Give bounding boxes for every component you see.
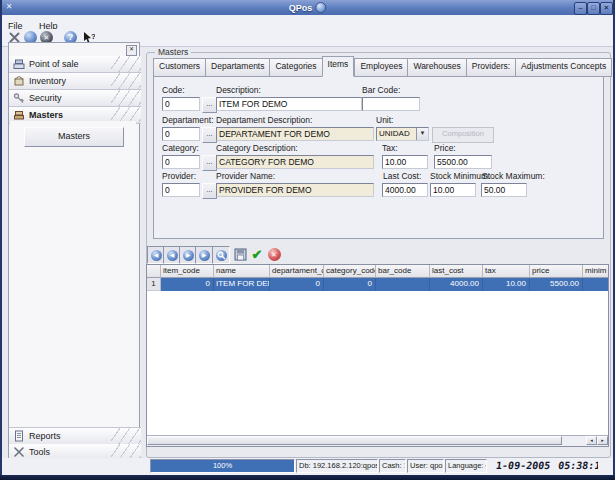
close-button[interactable]: ✕ [600,2,613,15]
category-browse-button[interactable]: ... [202,155,217,171]
provider-name-label: Provider Name: [216,171,275,181]
column-header[interactable]: name [214,265,270,278]
svg-text:?: ? [91,32,95,41]
masters-icon [13,109,25,121]
departament-description-field [216,127,374,141]
tab-departaments[interactable]: Departaments [205,58,269,77]
column-header[interactable]: item_code [161,265,214,278]
bar-code-input[interactable] [362,97,420,111]
departament-browse-button[interactable]: ... [202,127,217,143]
scroll-left-icon[interactable]: ◂ [586,436,597,445]
sidebar-close-icon[interactable]: ✕ [126,45,137,56]
titlebar: ✕ QPos – □ ✕ [0,0,615,15]
column-header[interactable]: bar_code [376,265,430,278]
tab-adjustments-concepts[interactable]: Adjustments Concepts [515,58,612,77]
masters-button[interactable]: Masters [24,127,124,147]
row-number-cell: 1 [147,278,161,291]
column-header[interactable]: category_code [324,265,376,278]
sidebar-item-label: Security [29,93,62,103]
tab-providers[interactable]: Providers: [466,58,515,77]
last-cost-input[interactable] [382,183,428,197]
cell-minim [583,278,609,291]
category-description-label: Category Description: [216,143,298,153]
code-input[interactable] [162,97,200,111]
tab-categories[interactable]: Categories [269,58,321,77]
first-record-icon: ◀ [151,250,162,261]
category-input[interactable] [162,155,200,169]
tab-customers[interactable]: Customers [153,58,205,77]
stripe-decoration [111,428,141,444]
departament-description-label: Departament Description: [216,115,312,125]
unit-value: UNIDAD [379,129,410,138]
sidebar: ✕ Point of sale Inventory Security [8,42,140,460]
grid-header-row: item_code name departament_co category_c… [147,265,608,278]
window-title: QPos [289,3,313,13]
cell-departament-code: 0 [270,278,324,291]
maximize-button[interactable]: □ [587,2,600,15]
commit-record-button[interactable]: ✔ [249,246,265,262]
search-icon [216,250,227,261]
scrollbar-thumb[interactable] [147,436,562,445]
sidebar-item-label: Tools [29,447,50,457]
description-label: Description: [216,85,261,95]
app-icon: ✕ [4,2,14,12]
groupbox-title: Masters [155,47,191,57]
sidebar-item-reports[interactable]: Reports [9,427,141,445]
column-header[interactable]: last_cost [430,265,483,278]
minimize-button[interactable]: – [574,2,587,15]
chevron-down-icon[interactable]: ▼ [416,128,428,140]
tax-input[interactable] [382,155,428,169]
prior-record-icon: ◀ [167,250,178,261]
tab-employees[interactable]: Employees [354,58,407,77]
provider-name-field [216,183,374,197]
description-input[interactable] [216,97,362,111]
code-label: Code: [162,85,185,95]
bar-code-label: Bar Code: [362,85,400,95]
statusbar: 100% Db: 192.168.2.120:qpos Cash: 1 User… [2,458,613,475]
security-key-icon [13,92,25,104]
stock-minimum-input[interactable] [430,183,476,197]
column-header[interactable]: minim [583,265,609,278]
sidebar-item-inventory[interactable]: Inventory [9,73,141,90]
price-input[interactable] [434,155,492,169]
departament-label: Departament: [162,115,214,125]
composition-button: Composition [432,127,494,143]
column-header[interactable]: price [530,265,583,278]
tab-warehouses[interactable]: Warehouses [407,58,465,77]
save-record-button[interactable] [232,246,248,262]
search-record-button[interactable] [212,246,230,264]
unit-label: Unit: [376,115,393,125]
cancel-record-button[interactable]: ✕ [266,246,282,262]
horizontal-scrollbar[interactable]: ◂ ▸ [147,435,608,446]
column-header[interactable]: departament_co [270,265,324,278]
provider-label: Provider: [162,171,196,181]
departament-input[interactable] [162,127,200,141]
last-record-button[interactable]: ▶ [195,246,213,264]
provider-browse-button[interactable]: ... [202,183,217,199]
status-db: Db: 192.168.2.120:qpos [296,459,378,473]
category-label: Category: [162,143,199,153]
category-description-field [216,155,374,169]
tools-small-icon [13,446,25,458]
code-browse-button[interactable]: ... [202,97,217,113]
unit-combobox[interactable]: UNIDAD ▼ [376,127,429,141]
sidebar-item-point-of-sale[interactable]: Point of sale [9,56,141,73]
qpos-logo-icon [315,2,326,13]
column-header[interactable]: tax [483,265,530,278]
status-language: Language: en [445,459,487,473]
menubar: File Help [2,15,613,30]
cell-bar-code [376,278,430,291]
scroll-right-icon[interactable]: ▸ [597,436,608,445]
tab-bar: Customers Departaments Categories Items … [153,60,612,77]
provider-input[interactable] [162,183,200,197]
sidebar-item-security[interactable]: Security [9,90,141,107]
next-record-icon: ▶ [183,250,194,261]
lcd-date: 1-09-2005 [495,460,551,472]
stock-maximum-input[interactable] [481,183,527,197]
tab-items[interactable]: Items [322,56,355,77]
window-border-bottom [0,475,615,480]
table-row[interactable]: 1 0 ITEM FOR DEMO 0 0 4000.00 10.00 5500… [147,278,608,291]
commit-icon: ✔ [252,247,263,262]
sidebar-item-label: Inventory [29,76,66,86]
last-cost-label: Last Cost: [383,171,421,181]
